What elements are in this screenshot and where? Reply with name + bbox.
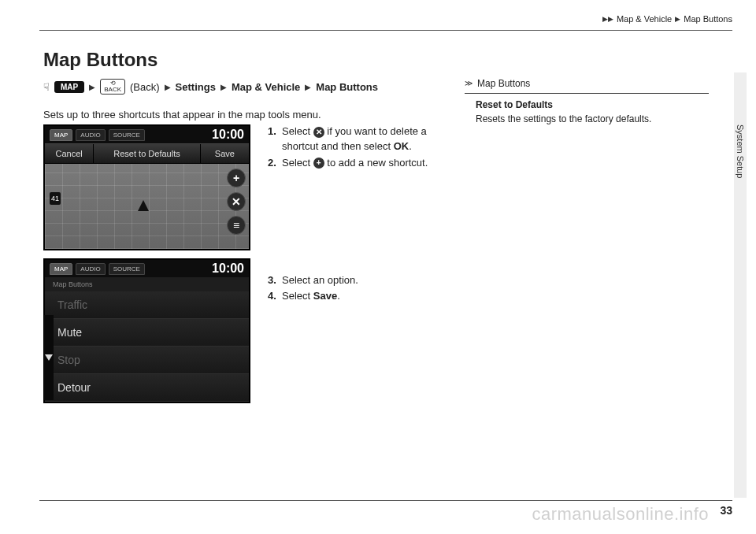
tab-map: MAP [50,129,72,141]
steps-column: 1. Select ✕ if you want to delete a shor… [268,124,449,306]
clock: 10:00 [212,261,244,276]
delete-icon: ✕ [227,192,246,211]
list-item: Mute [45,319,249,347]
chevron-icon: ▶ [675,15,680,23]
route-badge: 41 [50,192,61,205]
tab-source: SOURCE [109,263,145,275]
screenshot-map-tools: MAP AUDIO SOURCE 10:00 Cancel Reset to D… [43,124,250,250]
back-label: (Back) [130,81,160,93]
tab-audio: AUDIO [76,129,105,141]
step-1: 1. Select ✕ if you want to delete a shor… [268,124,449,154]
back-button-icon: ⟲ BACK [100,79,125,95]
save-button: Save [201,144,249,163]
chevron-icon: ▶▶ [602,15,613,23]
tab-audio: AUDIO [76,263,105,275]
screenshot-map-buttons-list: MAP AUDIO SOURCE 10:00 Map Buttons Traff… [43,258,250,403]
chevron-icon: ▶ [165,83,171,91]
screen-subtitle: Map Buttons [45,277,249,291]
watermark: carmanualsonline.info [532,504,709,525]
header-crumb-2: Map Buttons [684,14,732,24]
cancel-button: Cancel [45,144,94,163]
tab-source: SOURCE [109,129,145,141]
list-item: Stop [45,347,249,374]
down-arrow-icon [45,354,53,361]
menu-icon: ≡ [227,216,246,235]
plus-icon: + [227,169,246,187]
note-icon: ≫ [465,78,472,90]
clock: 10:00 [212,128,244,142]
list-item: Detour [45,374,249,402]
map-area: 41 + ✕ ≡ [45,164,249,249]
header-crumb-1: Map & Vehicle [617,14,672,24]
list-item: Traffic [45,291,249,319]
footer-rule [39,500,732,501]
step-4: 4. Select Save. [268,289,449,304]
header-breadcrumb: ▶▶ Map & Vehicle ▶ Map Buttons [602,14,732,24]
reset-to-defaults-button: Reset to Defaults [94,144,201,163]
crumb-map-buttons: Map Buttons [316,81,378,93]
hand-icon: ☟ [43,81,50,93]
step-2: 2. Select + to add a new shortcut. [268,156,449,171]
chevron-icon: ▶ [89,83,95,91]
delete-icon: ✕ [313,127,324,138]
tab-map: MAP [50,263,72,275]
chevron-icon: ▶ [305,83,311,91]
crumb-map-vehicle: Map & Vehicle [232,81,300,93]
vehicle-cursor-icon [138,200,149,211]
page-title: Map Buttons [43,49,158,71]
page-number: 33 [720,504,732,517]
note-heading: Map Buttons [477,77,530,91]
map-button-icon: MAP [54,81,84,93]
section-label: System Setup [736,124,745,178]
note-term: Reset to Defaults [476,98,709,112]
notes-column: ≫ Map Buttons Reset to Defaults Resets t… [465,77,709,126]
step-3: 3. Select an option. [268,273,449,288]
intro-text: Sets up to three shortcuts that appear i… [43,109,321,121]
header-rule [39,30,732,31]
chevron-icon: ▶ [220,83,227,91]
screenshots-column: MAP AUDIO SOURCE 10:00 Cancel Reset to D… [43,124,260,411]
procedure-breadcrumb: ☟ MAP ▶ ⟲ BACK (Back) ▶ Settings ▶ Map &… [43,79,378,95]
plus-icon: + [313,158,324,169]
crumb-settings: Settings [176,81,216,93]
note-description: Resets the settings to the factory defau… [476,113,709,126]
